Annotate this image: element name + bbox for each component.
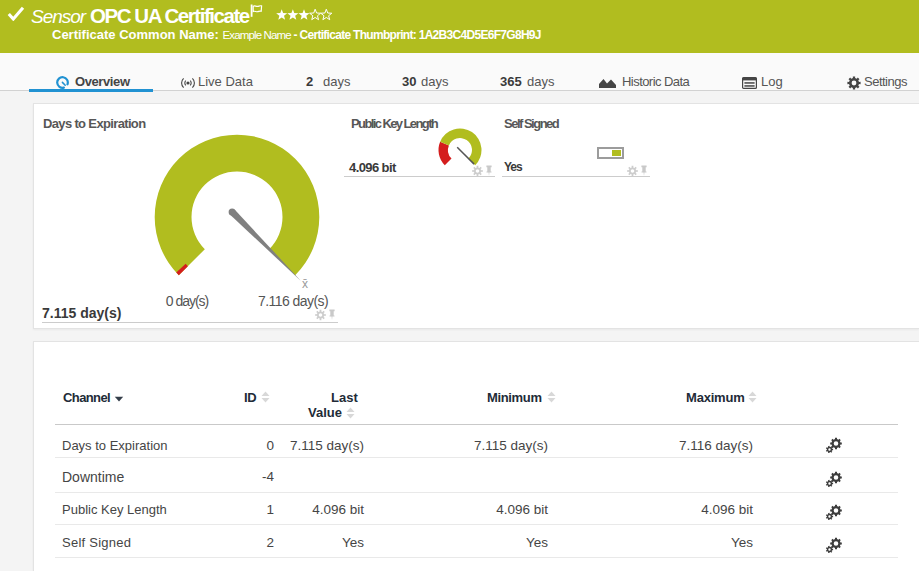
svg-text:x̄: x̄	[302, 277, 308, 291]
